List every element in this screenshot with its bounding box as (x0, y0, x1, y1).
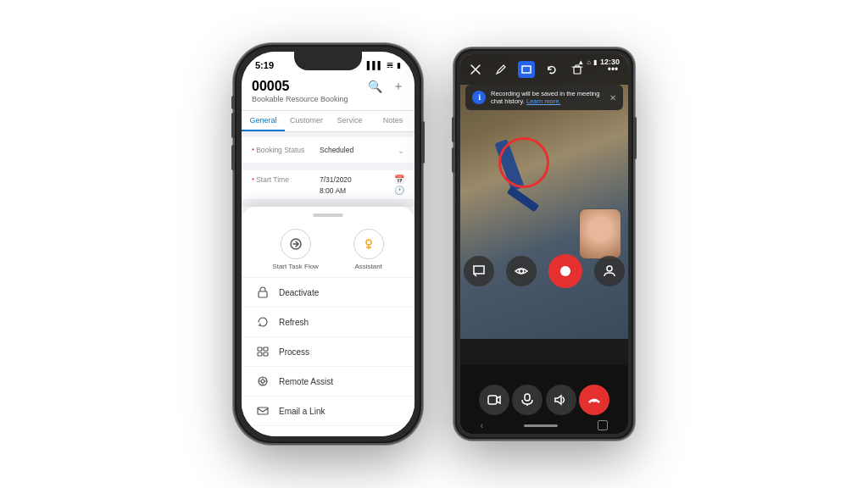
person-fab-button[interactable] (594, 256, 625, 286)
deactivate-label: Deactivate (279, 288, 319, 297)
notification-text: Recording will be saved in the meeting c… (491, 90, 604, 105)
svg-point-8 (261, 380, 264, 383)
notification-close[interactable]: ✕ (609, 93, 616, 103)
android-wifi-icon: ⌂ (587, 58, 591, 66)
notification-bar: ℹ Recording will be saved in the meeting… (465, 85, 623, 110)
booking-status-label: *Booking Status (252, 146, 320, 154)
calendar-icon: 📅 (394, 175, 404, 184)
tab-general[interactable]: General (242, 111, 285, 131)
android-power-button[interactable] (633, 117, 637, 159)
svg-rect-11 (574, 67, 581, 74)
tab-customer[interactable]: Customer (285, 111, 328, 131)
clock-icon: 🕐 (394, 186, 404, 195)
email-icon (255, 403, 270, 419)
assistant-svg (362, 237, 376, 251)
start-time-row[interactable]: *Start Time 7/31/2020 📅 8:00 AM 🕐 (242, 170, 415, 199)
svg-rect-5 (258, 352, 262, 356)
record-fab-button[interactable] (548, 254, 582, 288)
iphone-notch (294, 52, 362, 70)
end-call-button[interactable] (579, 385, 609, 415)
chat-fab-button[interactable] (464, 256, 494, 286)
process-menu-item[interactable]: Process (242, 337, 415, 367)
clock-icon: 🕐 (394, 186, 404, 195)
required-marker-2: * (252, 176, 254, 184)
remote-assist-menu-item[interactable]: Remote Assist (242, 367, 415, 396)
info-icon: ℹ (472, 91, 486, 104)
deactivate-menu-item[interactable]: Deactivate (242, 278, 415, 308)
android-frame: ▲ ⌂ ▮ 12:30 (455, 49, 633, 439)
microphone-button[interactable] (512, 385, 542, 415)
sheet-actions-row: Start Task Flow Assistant (242, 224, 415, 278)
home-button[interactable] (524, 424, 558, 427)
iphone-content: 5:19 ▌▌▌ 𝌇 ▮ 00005 🔍 ＋ (242, 52, 415, 436)
drag-handle (313, 214, 343, 217)
required-marker: * (252, 147, 254, 154)
power-button[interactable] (421, 121, 425, 164)
assistant-icon (353, 229, 384, 259)
add-icon[interactable]: ＋ (392, 79, 404, 94)
android-navigation: ‹ (460, 419, 628, 432)
android-signal-icon: ▲ (577, 58, 584, 66)
start-task-flow-action[interactable]: Start Task Flow (272, 229, 319, 270)
process-label: Process (279, 347, 309, 357)
android-status-icons: ▲ ⌂ ▮ (577, 58, 597, 66)
svg-rect-4 (264, 347, 268, 351)
svg-rect-3 (258, 347, 262, 351)
recents-button[interactable] (598, 420, 608, 430)
assistant-action[interactable]: Assistant (353, 229, 384, 270)
tab-notes[interactable]: Notes (371, 111, 415, 131)
tab-service[interactable]: Service (328, 111, 371, 131)
email-link-label: Email a Link (279, 407, 325, 416)
refresh-menu-item[interactable]: Refresh (242, 308, 415, 337)
booking-status-value: Scheduled (320, 146, 398, 154)
self-view-face (580, 209, 620, 258)
assistant-label: Assistant (354, 263, 381, 270)
svg-rect-16 (525, 394, 530, 401)
tool-circle-overlay (498, 137, 549, 188)
eye-fab-button[interactable] (506, 256, 537, 286)
email-link-menu-item[interactable]: Email a Link (242, 396, 415, 426)
status-time: 5:19 (255, 60, 274, 70)
deactivate-icon (255, 285, 270, 300)
android-vol-up[interactable] (452, 117, 455, 142)
android-vol-down[interactable] (452, 147, 455, 173)
self-view-thumbnail (579, 208, 621, 259)
iphone-screen: 5:19 ▌▌▌ 𝌇 ▮ 00005 🔍 ＋ (242, 52, 415, 436)
fab-row (460, 254, 628, 288)
signal-icon: ▌▌▌ (367, 61, 383, 69)
wifi-icon: 𝌇 (387, 61, 393, 69)
learn-more-link[interactable]: Learn more. (526, 97, 560, 105)
svg-rect-2 (259, 291, 267, 297)
record-subtitle: Bookable Resource Booking (252, 95, 404, 103)
volume-button[interactable] (546, 385, 576, 415)
iphone-frame: 5:19 ▌▌▌ 𝌇 ▮ 00005 🔍 ＋ (235, 45, 421, 443)
android-battery-icon: ▮ (593, 58, 597, 66)
svg-point-1 (366, 240, 371, 245)
svg-rect-6 (264, 352, 268, 356)
video-background: ▲ ⌂ ▮ 12:30 (460, 54, 628, 339)
remote-assist-icon (255, 374, 270, 389)
android-content: ▲ ⌂ ▮ 12:30 (460, 54, 628, 434)
svg-point-12 (520, 269, 524, 273)
back-button[interactable]: ‹ (481, 421, 483, 430)
refresh-icon (255, 314, 270, 330)
mute-button[interactable] (231, 96, 235, 109)
process-icon (255, 344, 270, 359)
search-icon[interactable]: 🔍 (368, 80, 382, 93)
task-flow-icon (281, 229, 311, 259)
booking-status-icons: ⌄ (398, 146, 404, 155)
iphone-header: 00005 🔍 ＋ Bookable Resource Booking (242, 74, 415, 111)
volume-down-button[interactable] (231, 145, 235, 170)
remote-assist-label: Remote Assist (279, 377, 333, 386)
android-time: 12:30 (600, 58, 620, 66)
camera-button[interactable] (479, 385, 509, 415)
calendar-icon: 📅 (394, 175, 404, 184)
scene: 5:19 ▌▌▌ 𝌇 ▮ 00005 🔍 ＋ (0, 0, 868, 488)
volume-up-button[interactable] (231, 113, 235, 138)
booking-status-row[interactable]: *Booking Status Scheduled ⌄ (242, 137, 415, 163)
status-icons: ▌▌▌ 𝌇 ▮ (367, 61, 401, 69)
task-flow-label: Start Task Flow (272, 263, 319, 270)
task-flow-svg (289, 237, 303, 251)
start-time-date: 7/31/2020 (320, 175, 394, 184)
start-time-label: *Start Time (252, 175, 320, 184)
